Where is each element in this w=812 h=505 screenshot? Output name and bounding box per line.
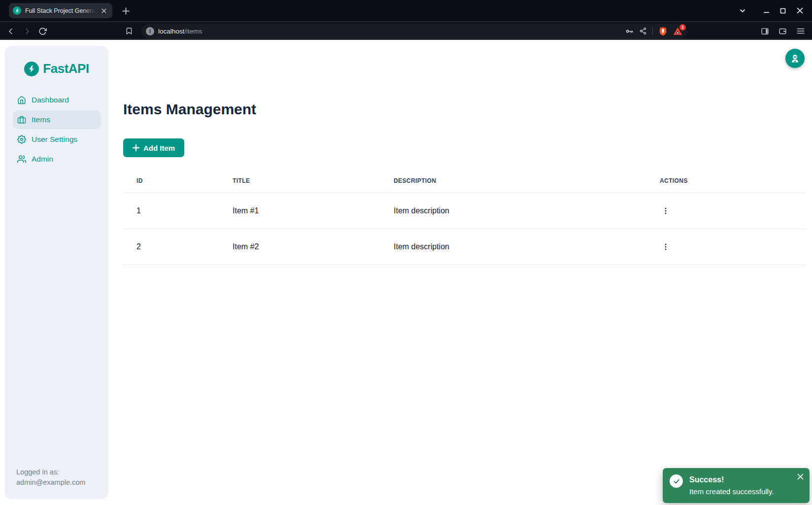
page-title: Items Management (123, 101, 256, 118)
column-header-actions: ACTIONS (651, 176, 806, 193)
tab-close-icon[interactable] (100, 6, 108, 15)
sidebar-item-label: Dashboard (32, 96, 69, 104)
row-actions-kebab-icon[interactable] (660, 205, 672, 217)
sidebar: FastAPI Dashboard Items User Settings Ad… (5, 46, 108, 499)
gear-icon (17, 135, 26, 144)
rewards-badge: 1 (679, 24, 686, 31)
share-icon[interactable] (639, 27, 647, 35)
url-host: localhost (158, 28, 184, 35)
toast-title: Success! (689, 475, 724, 484)
logged-in-label: Logged in as: (16, 467, 85, 477)
url-text: localhost/items (158, 28, 202, 35)
window-minimize-button[interactable] (758, 3, 775, 18)
add-item-button[interactable]: Add Item (123, 138, 184, 157)
column-header-description: DESCRIPTION (394, 176, 651, 193)
address-bar[interactable]: i localhost/items 1 (141, 24, 687, 38)
password-key-icon[interactable] (625, 27, 634, 35)
new-tab-button[interactable] (120, 5, 132, 17)
user-menu-button[interactable] (785, 49, 805, 68)
success-toast: Success! Item created successfully. (663, 468, 810, 503)
cell-description: Item description (394, 229, 651, 265)
reload-icon[interactable] (35, 24, 49, 38)
logged-in-email: admin@example.com (16, 477, 85, 488)
fastapi-logo: FastAPI (5, 61, 108, 76)
column-header-title: TITLE (233, 176, 394, 193)
sidebar-item-label: Admin (32, 155, 53, 164)
home-icon (17, 96, 26, 104)
sidebar-item-label: User Settings (32, 135, 77, 144)
sidebar-item-dashboard[interactable]: Dashboard (13, 91, 101, 109)
cell-id: 2 (123, 229, 233, 265)
fastapi-logo-icon (24, 62, 39, 76)
browser-tab-bar: Full Stack Project Genera (0, 0, 812, 21)
users-icon (17, 155, 26, 164)
page-content: FastAPI Dashboard Items User Settings Ad… (0, 40, 812, 505)
items-table: ID TITLE DESCRIPTION ACTIONS 1 Item #1 I… (123, 176, 806, 265)
logged-in-info: Logged in as: admin@example.com (16, 467, 85, 488)
add-item-label: Add Item (143, 144, 175, 152)
tab-title: Full Stack Project Genera (25, 7, 95, 14)
sidebar-nav: Dashboard Items User Settings Admin (13, 91, 101, 169)
user-astronaut-icon (790, 53, 800, 64)
window-maximize-button[interactable] (775, 3, 791, 18)
bookmark-icon[interactable] (122, 24, 136, 38)
back-icon[interactable] (4, 24, 18, 38)
window-close-button[interactable] (791, 3, 808, 18)
toast-close-icon[interactable] (796, 472, 805, 481)
search-tabs-chevron-icon[interactable] (734, 3, 751, 18)
sidebar-item-items[interactable]: Items (13, 110, 101, 129)
row-actions-kebab-icon[interactable] (660, 241, 672, 253)
sidebar-item-label: Items (32, 115, 50, 124)
brave-shield-icon[interactable] (658, 27, 668, 36)
cell-title: Item #2 (233, 229, 394, 265)
divider (652, 27, 653, 35)
browser-tab[interactable]: Full Stack Project Genera (9, 3, 112, 18)
toast-message: Item created successfully. (689, 487, 774, 496)
sidebar-item-admin[interactable]: Admin (13, 150, 101, 168)
cell-title: Item #1 (233, 193, 394, 229)
sidebar-toggle-icon[interactable] (761, 27, 769, 35)
browser-toolbar: i localhost/items 1 (0, 21, 812, 40)
fastapi-favicon-icon (13, 6, 21, 15)
cell-id: 1 (123, 193, 233, 229)
cell-description: Item description (394, 193, 651, 229)
window-controls (734, 0, 808, 21)
menu-hamburger-icon[interactable] (796, 27, 805, 35)
column-header-id: ID (123, 176, 233, 193)
check-circle-icon (670, 474, 683, 488)
briefcase-icon (17, 115, 26, 124)
table-header-row: ID TITLE DESCRIPTION ACTIONS (123, 176, 806, 193)
forward-icon[interactable] (20, 24, 34, 38)
site-info-icon[interactable]: i (146, 27, 154, 35)
table-row: 1 Item #1 Item description (123, 193, 806, 229)
table-row: 2 Item #2 Item description (123, 229, 806, 265)
wallet-icon[interactable] (778, 27, 787, 35)
logo-text: FastAPI (43, 61, 89, 76)
sidebar-item-user-settings[interactable]: User Settings (13, 130, 101, 149)
url-path: /items (184, 28, 202, 35)
plus-icon (133, 144, 139, 151)
